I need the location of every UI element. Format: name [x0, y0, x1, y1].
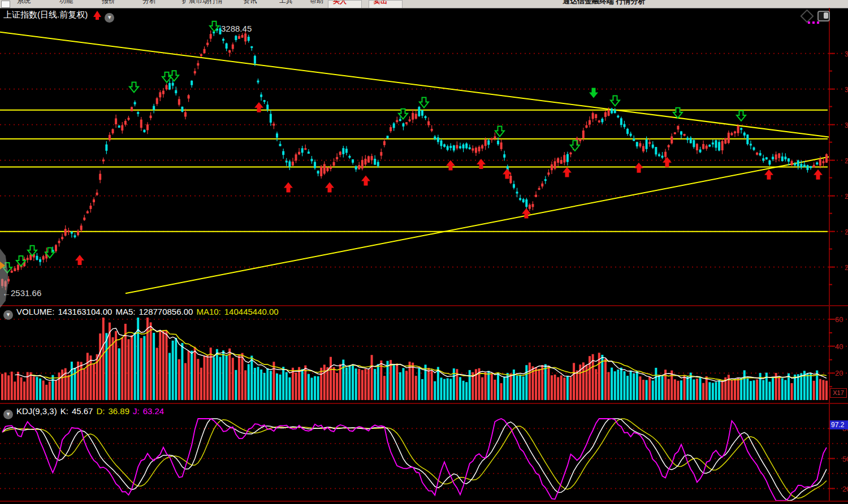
svg-text:3200: 3200: [845, 50, 848, 58]
svg-text:2800: 2800: [845, 193, 848, 201]
menubar-red-button[interactable]: 卖出: [369, 0, 403, 8]
volume-ma10-label: MA10:: [196, 307, 220, 316]
svg-text:2600: 2600: [845, 264, 848, 272]
price-pane-header: 上证指数(日线.前复权)▾: [3, 10, 118, 23]
panel-layout-icon[interactable]: [817, 11, 830, 21]
kdj-d-label: D:: [96, 406, 105, 416]
volume-ma5-value: 128770856.00: [139, 307, 193, 316]
volume-ma10-value: 140445440.00: [224, 307, 279, 316]
volume-scale-label: X17: [830, 388, 847, 398]
menubar: 系统功能报价分析扩展市场行情资讯工具帮助买入卖出通达信金融终端 行情分析: [0, 0, 848, 8]
svg-text:2700: 2700: [845, 228, 848, 236]
svg-text:3288.45: 3288.45: [221, 24, 252, 33]
svg-text:50: 50: [842, 455, 848, 463]
menubar-item[interactable]: 工具: [279, 0, 293, 6]
kdj-label: KDJ(9,3,3): [16, 406, 57, 416]
app-icon[interactable]: [1, 1, 10, 8]
price-chart[interactable]: 3288.45←2531.663200310030002900280027002…: [0, 8, 848, 305]
volume-label: VOLUME:: [16, 307, 55, 316]
price-grid: [0, 32, 848, 293]
menubar-item[interactable]: 分析: [142, 0, 156, 6]
trend-up-icon: [93, 11, 101, 17]
magenta-dot: [817, 21, 819, 24]
magenta-dot: [808, 21, 810, 24]
svg-text:40: 40: [835, 342, 843, 351]
kdj-k-value: 45.67: [72, 406, 93, 416]
svg-text:3100: 3100: [845, 86, 848, 94]
volume-bars: [1, 318, 828, 400]
menubar-red-button[interactable]: 买入: [328, 0, 362, 8]
signal-arrows: [3, 71, 823, 273]
kdj-current-value-badge: 97.2: [830, 420, 848, 429]
svg-text:2900: 2900: [845, 157, 848, 165]
kdj-j-label: J:: [133, 406, 140, 416]
collapse-kdj-button[interactable]: ▾: [3, 410, 13, 419]
kdj-k-label: K:: [60, 406, 68, 416]
svg-text:3000: 3000: [845, 121, 848, 129]
svg-text:20: 20: [835, 369, 843, 377]
kdj-j-value: 63.24: [143, 406, 165, 416]
svg-text:20: 20: [842, 485, 848, 493]
svg-text:60: 60: [835, 315, 843, 324]
tdx-window: 系统功能报价分析扩展市场行情资讯工具帮助买入卖出通达信金融终端 行情分析 328…: [0, 0, 848, 504]
svg-text:←2531.66: ←2531.66: [2, 288, 41, 298]
volume-value: 143163104.00: [58, 307, 113, 316]
menubar-item[interactable]: 报价: [102, 0, 115, 6]
menubar-item[interactable]: 功能: [59, 0, 73, 6]
chart-title: 上证指数(日线.前复权): [3, 10, 88, 19]
collapse-volume-button[interactable]: ▾: [3, 310, 13, 320]
menubar-item[interactable]: 帮助: [310, 0, 323, 6]
kdj-pane-header: ▾KDJ(9,3,3)K:45.67D:36.89J:63.24: [3, 406, 167, 419]
collapse-main-button[interactable]: ▾: [105, 13, 114, 23]
menubar-item[interactable]: 扩展市场行情: [182, 0, 223, 6]
left-marker-icon: [0, 262, 5, 270]
volume-ma5-label: MA5:: [115, 307, 135, 316]
kdj-d-value: 36.89: [108, 406, 129, 416]
candles: [1, 25, 828, 290]
magenta-dot: [812, 21, 815, 24]
menubar-item[interactable]: 资讯: [243, 0, 257, 6]
menubar-right-text: 通达信金融终端 行情分析: [563, 0, 646, 6]
menubar-item[interactable]: 系统: [17, 0, 31, 6]
volume-pane-header: ▾VOLUME:143163104.00MA5:128770856.00MA10…: [3, 307, 282, 320]
